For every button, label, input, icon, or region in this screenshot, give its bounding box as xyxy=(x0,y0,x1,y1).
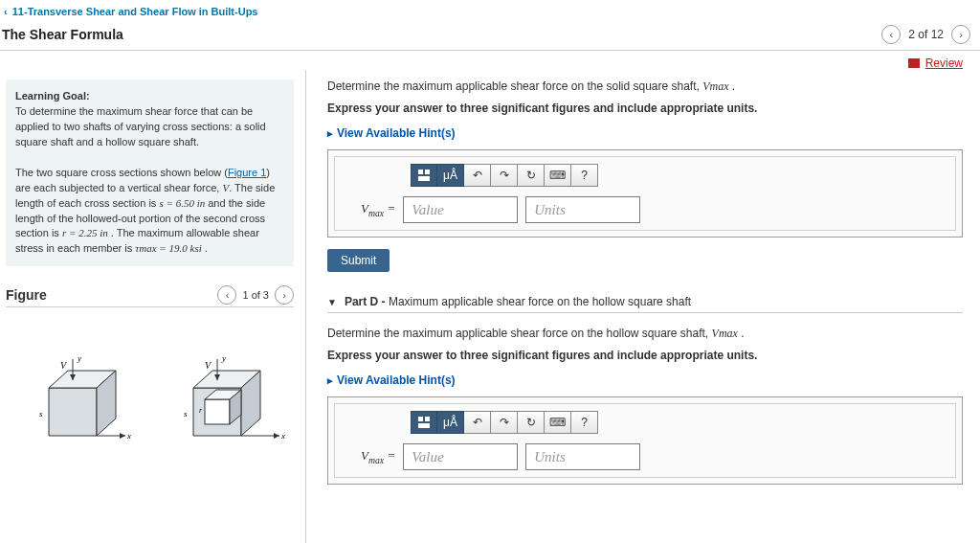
svg-text:y: y xyxy=(77,353,81,363)
partc-units-input[interactable]: Units xyxy=(525,196,640,223)
breadcrumb[interactable]: ‹ 11-Transverse Shear and Shear Flow in … xyxy=(0,0,980,21)
partd-lhs: Vmax = xyxy=(361,448,395,465)
review-link[interactable]: Review xyxy=(908,57,963,70)
svg-rect-14 xyxy=(205,399,230,424)
svg-rect-30 xyxy=(425,417,430,421)
learning-goal-label: Learning Goal: xyxy=(15,90,90,102)
learning-goal-box: Learning Goal: To determine the maximum … xyxy=(6,79,294,266)
title-bar: The Shear Formula ‹ 2 of 12 › xyxy=(0,21,980,51)
review-text: Review xyxy=(925,57,963,70)
partd-instruction: Express your answer to three significant… xyxy=(327,349,963,362)
svg-rect-27 xyxy=(425,170,430,174)
units-mu-button[interactable]: μÅ xyxy=(437,164,464,187)
pager-text: 2 of 12 xyxy=(908,28,944,41)
figure-pager-text: 1 of 3 xyxy=(242,289,269,301)
reset-icon[interactable]: ↻ xyxy=(518,411,545,434)
partd-title: Maximum applicable shear force on the ho… xyxy=(389,295,691,308)
prev-item-button[interactable]: ‹ xyxy=(881,25,901,44)
back-icon: ‹ xyxy=(4,6,8,17)
svg-text:s: s xyxy=(184,409,188,419)
undo-icon[interactable]: ↶ xyxy=(464,411,491,434)
desc-end: . xyxy=(202,242,208,254)
redo-icon[interactable]: ↷ xyxy=(491,164,518,187)
next-item-button[interactable]: › xyxy=(951,25,970,44)
partd-units-input[interactable]: Units xyxy=(525,443,640,470)
svg-rect-31 xyxy=(418,423,430,428)
partc-answer-box: μÅ ↶ ↷ ↻ ⌨ ? Vmax = Value Units xyxy=(327,149,963,238)
eq-r: r = 2.25 in xyxy=(62,227,108,238)
partc-value-input[interactable]: Value xyxy=(403,196,518,223)
units-mu-button[interactable]: μÅ xyxy=(437,411,464,434)
figure-1-link[interactable]: Figure 1 xyxy=(228,167,266,178)
keyboard-icon[interactable]: ⌨ xyxy=(545,411,571,434)
desc-pre: The two square cross sections shown belo… xyxy=(15,167,228,178)
reset-icon[interactable]: ↻ xyxy=(518,164,545,187)
figure-prev-button[interactable]: ‹ xyxy=(217,285,236,305)
svg-rect-28 xyxy=(418,176,430,181)
svg-text:x: x xyxy=(280,431,285,441)
figure-header: Figure ‹ 1 of 3 › xyxy=(6,283,294,307)
svg-text:s: s xyxy=(39,409,43,419)
breadcrumb-text: 11-Transverse Shear and Shear Flow in Bu… xyxy=(12,6,258,17)
collapse-icon: ▼ xyxy=(327,297,337,307)
figure-area: V y x s V xyxy=(6,307,294,480)
learning-goal-text: To determine the maximum shear force tha… xyxy=(15,105,266,147)
partd-answer-box: μÅ ↶ ↷ ↻ ⌨ ? Vmax = Value Units xyxy=(327,396,963,485)
redo-icon[interactable]: ↷ xyxy=(491,411,518,434)
partc-prompt: Determine the maximum applicable shear f… xyxy=(327,79,963,94)
undo-icon[interactable]: ↶ xyxy=(464,164,491,187)
partc-lhs: Vmax = xyxy=(361,201,395,218)
svg-rect-29 xyxy=(418,417,423,421)
svg-text:V: V xyxy=(205,360,212,371)
svg-marker-22 xyxy=(274,433,279,439)
item-pager: ‹ 2 of 12 › xyxy=(881,25,970,44)
flag-icon xyxy=(908,58,920,68)
figure-label: Figure xyxy=(6,287,47,303)
partd-header[interactable]: ▼ Part D - Maximum applicable shear forc… xyxy=(327,295,963,313)
partd-toolbar: μÅ ↶ ↷ ↻ ⌨ ? xyxy=(411,411,598,434)
help-icon[interactable]: ? xyxy=(571,164,598,187)
partd-label: Part D - xyxy=(345,295,389,308)
svg-text:V: V xyxy=(60,360,68,371)
partd-hints-link[interactable]: View Available Hint(s) xyxy=(327,373,456,387)
partd-value-input[interactable]: Value xyxy=(403,443,518,470)
right-panel: Determine the maximum applicable shear f… xyxy=(306,70,980,543)
solid-cube-diagram: V y x s xyxy=(30,359,125,455)
page-title: The Shear Formula xyxy=(2,27,123,42)
keyboard-icon[interactable]: ⌨ xyxy=(545,164,571,187)
svg-text:y: y xyxy=(221,353,226,363)
svg-marker-0 xyxy=(49,388,97,436)
template-icon[interactable] xyxy=(411,164,437,187)
help-icon[interactable]: ? xyxy=(571,411,598,434)
hollow-cube-diagram: V y x r s xyxy=(174,359,270,455)
partc-hints-link[interactable]: View Available Hint(s) xyxy=(327,126,456,140)
svg-marker-8 xyxy=(120,433,125,439)
left-panel: Learning Goal: To determine the maximum … xyxy=(0,70,306,543)
svg-text:x: x xyxy=(126,431,131,441)
figure-next-button[interactable]: › xyxy=(275,285,294,305)
eq-s: s = 6.50 in xyxy=(159,197,205,209)
partc-instruction: Express your answer to three significant… xyxy=(327,102,963,115)
template-icon[interactable] xyxy=(411,411,437,434)
svg-rect-26 xyxy=(418,170,423,174)
partd-prompt: Determine the maximum applicable shear f… xyxy=(327,327,963,341)
eq-tau: τmax = 19.0 ksi xyxy=(135,242,201,254)
partc-submit-button[interactable]: Submit xyxy=(327,249,390,272)
partc-toolbar: μÅ ↶ ↷ ↻ ⌨ ? xyxy=(411,164,598,187)
